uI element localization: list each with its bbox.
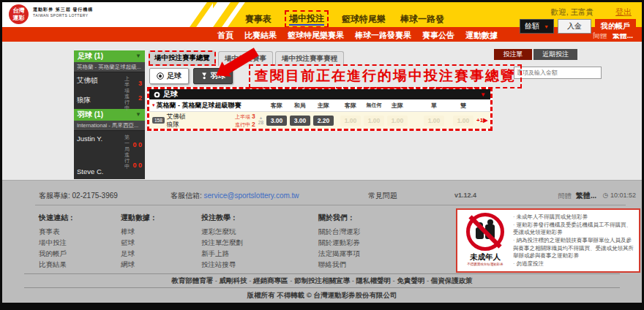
- tab-live-overview[interactable]: 場中投注賽事總覽: [149, 50, 216, 66]
- chevron-down-icon: ▼: [544, 24, 549, 29]
- sidebar-match-soccer[interactable]: 艾佛頓 狼隊 上半場進行中 3 2: [74, 72, 145, 109]
- logout-link[interactable]: 登出: [615, 7, 632, 18]
- footer-link[interactable]: 籃球: [121, 237, 157, 248]
- footer-link[interactable]: 聯絡我們: [318, 259, 360, 270]
- row-team-away: 艾佛頓: [167, 113, 186, 120]
- betslip-tabs: 投注單 近期投注: [494, 49, 577, 60]
- policy-link[interactable]: 免責聲明: [397, 276, 430, 284]
- footer-link[interactable]: 網球: [121, 259, 157, 270]
- col-home: 主隊: [313, 102, 334, 110]
- footer-link[interactable]: 投注站搜尋: [201, 259, 243, 270]
- score-player-two: 0 0: [132, 162, 142, 169]
- chevron-down-icon: ▼: [480, 91, 486, 98]
- divider: [35, 205, 626, 205]
- footer-link[interactable]: 足球: [121, 248, 157, 259]
- balance-dropdown[interactable]: 餘額 ▼: [520, 19, 554, 34]
- tab-live-schedule[interactable]: 場中投注賽事賽程: [275, 51, 344, 66]
- service-mail-link[interactable]: service@sportslottery.com.tw: [204, 192, 299, 200]
- odds-disabled: 1.00: [364, 116, 384, 126]
- my-account-button[interactable]: 我的帳戶: [595, 19, 636, 34]
- welcome-text: 歡迎, 王富貴: [551, 7, 594, 18]
- odds-disabled: 1.00: [340, 116, 361, 126]
- row-status: 進行中: [235, 122, 250, 127]
- no-minors-sign-icon: [466, 213, 504, 251]
- col-none: 無任何: [364, 102, 384, 109]
- footer: 客服專線: 02-2175-3969 客服信箱: service@sportsl…: [2, 180, 642, 303]
- annotation-note: 查閱目前正在進行的場中投注賽事總覽: [249, 64, 522, 88]
- arrow-right-icon: ▶: [483, 117, 487, 124]
- nav-item-results[interactable]: 比賽結果: [244, 30, 277, 41]
- deposit-button[interactable]: 入金: [558, 19, 591, 34]
- odds-button-away[interactable]: 3.00: [266, 116, 287, 126]
- tab-schedule[interactable]: 賽事表: [245, 13, 272, 26]
- policy-link[interactable]: 經銷商專區: [253, 276, 294, 284]
- player-one: Justin Y.: [77, 135, 124, 143]
- service-mail: 客服信箱: service@sportslottery.com.tw: [171, 191, 299, 201]
- tab-live-betting[interactable]: 場中投注: [285, 10, 329, 28]
- badminton-icon: [201, 72, 208, 80]
- policy-link[interactable]: 節制投注相關宣導: [294, 276, 356, 284]
- odds-button-home[interactable]: 2.20: [313, 116, 334, 126]
- sidebar-section-soccer[interactable]: 足球 (1) ▼: [74, 50, 145, 62]
- copyright: 版權所有 不得轉載 © 台灣運動彩券股份有限公司: [2, 291, 642, 300]
- primary-nav: 賽事表 場中投注 籃球特尾樂 棒球一路發: [245, 12, 444, 26]
- sidebar-league-epl[interactable]: 英格蘭 - 英格蘭足球超級...: [74, 62, 145, 72]
- chevron-down-icon: ▼: [135, 109, 141, 121]
- col-home2: 主隊: [387, 102, 408, 110]
- odds-disabled: 1.00: [387, 116, 408, 126]
- tab-baseball-game[interactable]: 棒球一路發: [400, 13, 444, 26]
- footer-link[interactable]: 賽事表: [39, 226, 75, 237]
- footer-link[interactable]: 關於運動彩券: [318, 237, 360, 248]
- nav-item-home[interactable]: 首頁: [217, 30, 233, 41]
- player-two: Steve C.: [77, 167, 124, 175]
- betslip-amount-input[interactable]: [514, 67, 602, 79]
- nav-item-basketball-results[interactable]: 籃球特尾樂賽果: [288, 30, 344, 41]
- policy-link[interactable]: 隱私權聲明: [356, 276, 397, 284]
- faq-link[interactable]: 常見問題: [368, 191, 397, 201]
- footer-link[interactable]: 關於台灣運彩: [318, 226, 360, 237]
- league-title: 英格蘭 - 英格蘭足球超級聯賽: [157, 101, 242, 110]
- footer-link[interactable]: 法定揭露事項: [318, 248, 360, 259]
- footer-link[interactable]: 場中投注: [39, 237, 75, 248]
- footer-lang-simplified[interactable]: 簡體: [558, 192, 572, 201]
- brand-logo-text: 台灣運彩: [12, 7, 26, 20]
- nav-item-baseball-results[interactable]: 棒球一路發賽果: [355, 30, 411, 41]
- recent-bets-tab[interactable]: 近期投注: [533, 49, 577, 60]
- sidebar-section-badminton[interactable]: 羽球 (1) ▼: [74, 109, 145, 121]
- chevron-down-icon: ▼: [135, 50, 141, 62]
- soccer-icon: [157, 72, 164, 80]
- match-period: 第一局進行中: [124, 135, 130, 175]
- score-away: 3: [132, 80, 142, 87]
- match-period: 上半場進行中: [124, 76, 130, 105]
- nav-item-announcements[interactable]: 賽事公告: [422, 30, 454, 41]
- odds-disabled: 1.00: [453, 116, 473, 126]
- warning-bullet: 納為投注標的之運動競技賽事舉辦單位人員及參與賽事之相關隊職員均不得購買、受讓或兌…: [513, 237, 634, 260]
- footer-link[interactable]: 我的帳戶: [39, 248, 75, 259]
- soccer-icon: [154, 91, 160, 98]
- filter-soccer-button[interactable]: 足球: [149, 68, 189, 84]
- betslip-tab[interactable]: 投注單: [494, 49, 532, 60]
- warning-subtitle: 不得購買或兌領運動彩券: [457, 262, 513, 266]
- policy-link[interactable]: 威剛科技: [220, 276, 253, 284]
- footer-link[interactable]: 新手上路: [201, 248, 243, 259]
- footer-link[interactable]: 運彩怎麼玩: [201, 226, 243, 237]
- sidebar-match-badminton[interactable]: Justin Y. Steve C. 第一局進行中 0 0 0 0: [74, 131, 145, 179]
- policy-link[interactable]: 教育部體育署: [171, 276, 219, 284]
- odds-button-draw[interactable]: 3.00: [290, 116, 310, 126]
- policy-link[interactable]: 個資保護政策: [431, 276, 473, 284]
- sidebar-league-badminton[interactable]: International - 馬來西亞...: [74, 121, 145, 131]
- tab-basketball-game[interactable]: 籃球特尾樂: [342, 13, 386, 26]
- footer-col-about: 關於我們： 關於台灣運彩 關於運動彩券 法定揭露事項 聯絡我們: [318, 213, 360, 270]
- nav-item-sports-data[interactable]: 運動數據: [465, 30, 498, 41]
- account-toolbar: 餘額 ▼ 入金 我的帳戶: [520, 19, 636, 34]
- col-away: 客隊: [266, 102, 287, 110]
- score-player-one: 0 0: [132, 141, 142, 148]
- warning-title: 未成年人: [457, 252, 513, 262]
- table-sport-header[interactable]: 足球 ▼: [149, 89, 490, 99]
- footer-link[interactable]: 投注單怎麼劃: [201, 237, 243, 248]
- footer-lang-traditional[interactable]: 繁體...: [576, 191, 596, 201]
- brand-logo[interactable]: 台灣運彩: [9, 4, 29, 24]
- footer-link[interactable]: 棒球: [121, 226, 157, 237]
- footer-link[interactable]: 比賽結果: [39, 259, 75, 270]
- more-markets-link[interactable]: +1▶: [476, 117, 487, 124]
